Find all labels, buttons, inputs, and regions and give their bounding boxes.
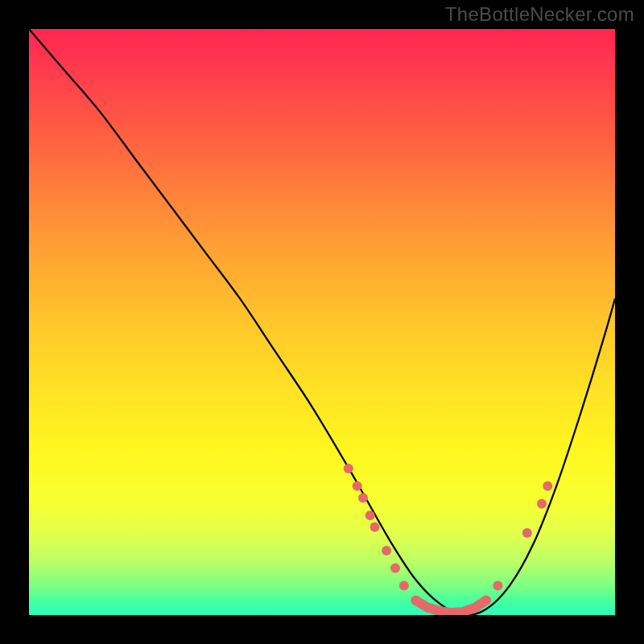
data-point <box>365 510 375 520</box>
data-point-group <box>344 464 553 615</box>
data-point <box>399 581 409 591</box>
data-point <box>543 481 552 491</box>
chart-frame: TheBottleNecker.com <box>0 0 644 644</box>
data-point <box>537 499 547 509</box>
data-point <box>344 464 353 473</box>
data-point <box>370 522 380 532</box>
data-point <box>353 481 362 491</box>
watermark-text: TheBottleNecker.com <box>445 3 634 26</box>
plot-area <box>29 29 615 615</box>
bottleneck-curve <box>29 29 615 615</box>
data-point <box>382 546 391 555</box>
data-point <box>390 564 400 573</box>
curve-layer <box>29 29 615 615</box>
data-point <box>493 581 502 591</box>
data-point <box>469 603 479 613</box>
data-point <box>423 603 432 613</box>
data-point <box>522 528 532 538</box>
data-point <box>358 493 368 502</box>
data-point <box>481 596 491 605</box>
data-point <box>411 596 421 605</box>
